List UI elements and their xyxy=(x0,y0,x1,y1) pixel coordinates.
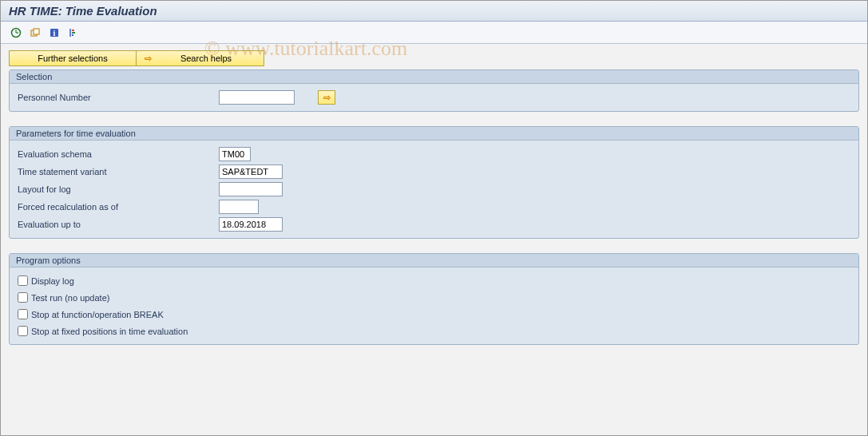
display-log-row: Display log xyxy=(16,272,852,289)
time-statement-row: Time statement variant xyxy=(16,163,852,180)
display-log-checkbox[interactable] xyxy=(18,275,28,286)
variants-icon[interactable] xyxy=(28,26,42,40)
layout-log-row: Layout for log xyxy=(16,180,852,198)
eval-upto-input[interactable] xyxy=(219,217,283,232)
time-statement-input[interactable] xyxy=(219,164,283,179)
svg-rect-10 xyxy=(72,34,73,36)
test-run-checkbox[interactable] xyxy=(18,292,28,303)
eval-upto-row: Evaluation up to xyxy=(16,216,852,233)
personnel-number-label: Personnel Number xyxy=(16,93,216,102)
personnel-number-row: Personnel Number ⇨ xyxy=(16,89,852,106)
button-label: Search helps xyxy=(157,54,256,63)
test-run-label: Test run (no update) xyxy=(31,293,109,303)
layout-log-label: Layout for log xyxy=(16,184,216,194)
forced-recalc-row: Forced recalculation as of xyxy=(16,198,852,216)
layout-log-input[interactable] xyxy=(219,182,283,196)
stop-fixed-row: Stop at fixed positions in time evaluati… xyxy=(16,323,852,339)
stop-fixed-checkbox[interactable] xyxy=(18,326,28,336)
forced-recalc-input[interactable] xyxy=(219,200,259,214)
display-log-label: Display log xyxy=(31,276,74,286)
forced-recalc-label: Forced recalculation as of xyxy=(16,202,216,212)
test-run-row: Test run (no update) xyxy=(16,289,852,306)
time-statement-label: Time statement variant xyxy=(16,167,216,176)
eval-schema-input[interactable] xyxy=(219,147,251,161)
toolbar: i xyxy=(1,22,867,44)
stop-fixed-label: Stop at fixed positions in time evaluati… xyxy=(31,327,188,336)
page-title: HR TIME: Time Evaluation xyxy=(1,1,867,22)
panel-header: Program options xyxy=(10,254,858,268)
stop-break-label: Stop at function/operation BREAK xyxy=(31,310,164,319)
svg-rect-4 xyxy=(34,29,39,34)
eval-schema-row: Evaluation schema xyxy=(16,145,852,163)
structure-icon[interactable] xyxy=(66,26,81,40)
svg-rect-8 xyxy=(72,30,74,31)
info-icon[interactable]: i xyxy=(47,26,61,40)
selection-panel: Selection Personnel Number ⇨ xyxy=(9,69,859,112)
stop-break-row: Stop at function/operation BREAK xyxy=(16,306,852,323)
arrow-right-icon: ⇨ xyxy=(323,93,331,103)
eval-upto-label: Evaluation up to xyxy=(16,220,216,229)
content-area: Further selections ⇨ Search helps Select… xyxy=(1,44,867,366)
execute-icon[interactable] xyxy=(9,26,23,40)
panel-header: Parameters for time evaluation xyxy=(10,127,858,141)
svg-rect-9 xyxy=(72,32,75,34)
personnel-number-input[interactable] xyxy=(219,90,295,105)
parameters-panel: Parameters for time evaluation Evaluatio… xyxy=(9,126,859,239)
further-selections-button[interactable]: Further selections xyxy=(9,50,137,66)
arrow-right-icon: ⇨ xyxy=(145,54,152,64)
panel-header: Selection xyxy=(10,70,858,84)
stop-break-checkbox[interactable] xyxy=(18,309,28,319)
multiple-selection-button[interactable]: ⇨ xyxy=(318,90,335,105)
action-buttons: Further selections ⇨ Search helps xyxy=(9,50,859,66)
button-label: Further selections xyxy=(38,54,107,63)
search-helps-button[interactable]: ⇨ Search helps xyxy=(137,50,264,66)
eval-schema-label: Evaluation schema xyxy=(16,149,216,159)
program-options-panel: Program options Display log Test run (no… xyxy=(9,253,859,345)
svg-text:i: i xyxy=(54,29,56,38)
